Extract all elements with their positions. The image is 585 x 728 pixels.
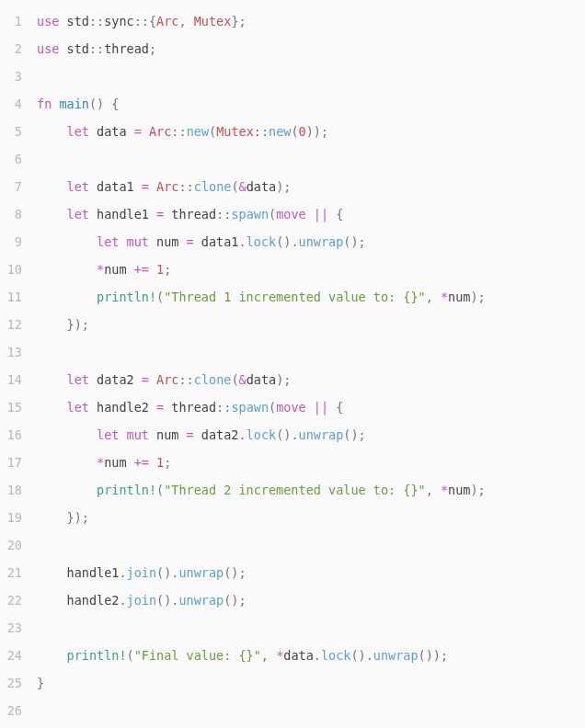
token: ); [470,483,485,497]
token: Arc [156,372,178,387]
code-block: 1use std::sync::{Arc, Mutex};2use std::t… [0,7,585,724]
token: ; [164,455,171,470]
token: ( [291,124,298,139]
token: ( [209,124,216,139]
line-number: 7 [0,173,37,200]
token [149,262,156,277]
code-line: 9 let mut num = data1.lock().unwrap(); [0,228,585,256]
token: += [134,262,149,277]
token: data1 [89,179,142,194]
token: println! [97,483,156,497]
token: num [104,262,134,277]
code-line: 19 }); [0,504,585,531]
token: num [149,234,187,249]
token: handle2 [37,593,119,608]
line-content: *num += 1; [37,256,171,283]
line-content: println!("Final value: {}", *data.lock()… [37,642,448,669]
token: join [127,565,157,580]
token: (); [224,593,246,608]
token: ( [269,207,276,222]
token: unwrap [373,648,419,663]
code-line: 14 let data2 = Arc::clone(&data); [0,366,585,393]
token: join [127,593,157,608]
line-number: 24 [0,642,37,669]
token [37,483,97,497]
token: Arc [156,179,178,194]
token [119,234,126,249]
token: move [276,400,306,415]
token: spawn [231,207,269,222]
token: "Thread 2 incremented value to: {}" [164,483,425,497]
token: = [134,124,142,139]
token: += [134,455,149,470]
code-line: 25} [0,669,585,697]
token: (); [343,427,365,442]
token: unwrap [178,565,224,580]
token: num [149,427,187,442]
token: ; [164,262,171,277]
token: Arc [149,124,171,139]
code-line: 5 let data = Arc::new(Mutex::new(0)); [0,118,585,145]
token: (); [343,234,365,249]
token: }); [67,510,89,525]
token: thread [164,400,216,415]
token: :: [216,207,231,222]
code-line: 16 let mut num = data2.lock().unwrap(); [0,421,585,449]
token: unwrap [299,427,344,442]
token: std [59,41,89,56]
token: ( [269,400,276,415]
token: main [59,97,89,111]
token: :: [89,41,104,56]
line-content: handle1.join().unwrap(); [37,559,247,586]
code-line: 2use std::thread; [0,35,585,63]
token [149,179,156,194]
code-line: 7 let data1 = Arc::clone(&data); [0,173,585,200]
token: mut [127,234,149,249]
token: Mutex [194,14,232,28]
token: (). [350,648,373,663]
token: num [448,483,470,497]
token [37,510,67,525]
token [37,290,97,304]
code-line: 10 *num += 1; [0,256,585,283]
token [37,455,97,470]
token: ); [276,372,291,387]
line-content: } [37,669,44,697]
line-number: 15 [0,393,37,421]
token: data2 [194,427,239,442]
token: :: [254,124,269,139]
token: ; [149,41,156,56]
line-number: 19 [0,504,37,531]
token: ); [470,290,485,304]
line-content: let data1 = Arc::clone(&data); [37,173,291,200]
token: )); [306,124,328,139]
token: ( [156,290,164,304]
token [37,124,67,139]
token: . [119,565,126,580]
line-content: let handle2 = thread::spawn(move || { [37,393,343,421]
token: thread [104,41,149,56]
code-line: 15 let handle2 = thread::spawn(move || { [0,393,585,421]
token: (). [276,427,298,442]
token: "Thread 1 incremented value to: {}" [164,290,425,304]
code-line: 6 [0,145,585,173]
token: (). [156,593,178,608]
token: = [187,427,194,442]
code-line: 12 }); [0,311,585,338]
token: std [59,14,89,28]
token: println! [67,648,127,663]
line-number: 9 [0,228,37,256]
token [37,179,67,194]
token: { [328,400,343,415]
token: = [142,372,149,387]
token [119,427,126,442]
token: let [67,179,89,194]
token: }); [67,317,89,332]
token: data [247,179,277,194]
line-number: 1 [0,7,37,35]
token: handle1 [89,207,156,222]
line-number: 3 [0,63,37,90]
token: data2 [89,372,142,387]
token: lock [321,648,351,663]
token: clone [194,372,232,387]
